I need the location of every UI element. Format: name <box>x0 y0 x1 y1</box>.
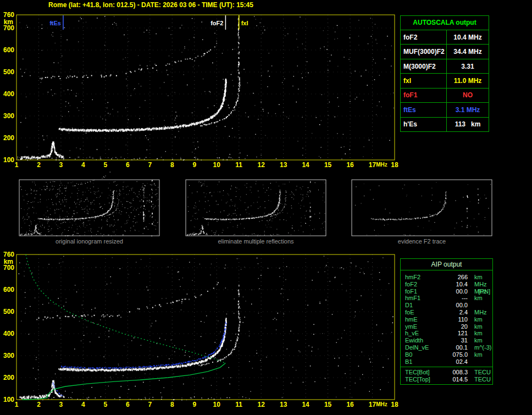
param-label: DelN_vE <box>405 344 445 351</box>
param-label: foE <box>405 309 445 316</box>
param-unit: km <box>474 351 483 358</box>
thumbnail-3 <box>352 180 492 236</box>
aip-row-ymE: ymE20km <box>405 323 492 330</box>
thumbnail-3-border <box>352 180 492 236</box>
param-unit: MHz <box>474 281 487 288</box>
param-label: h'Es <box>401 118 447 131</box>
param-label: M(3000)F2 <box>401 59 447 73</box>
param-value: 31 <box>445 337 468 344</box>
top-ionogram-gridlines <box>16 15 395 160</box>
aip-row-TEC[Top]: TEC[Top]014.5TECU <box>405 376 492 383</box>
aip-row-B1: B102.4 <box>405 358 492 366</box>
param-label: ymE <box>405 323 445 330</box>
svg-text:15: 15 <box>324 161 332 169</box>
param-label: B0 <box>405 351 445 358</box>
param-label: ftEs <box>401 103 447 117</box>
svg-text:11: 11 <box>235 401 242 408</box>
thumbnail-1-multiple-reflection-rise <box>73 172 110 186</box>
top-ionogram-marker-fxI: fxI <box>239 15 248 30</box>
bottom-ionogram-multiple-reflection-rise <box>129 282 219 312</box>
thumbnail-1-F2-ordinary-trace <box>38 190 114 220</box>
param-value: 075.0 <box>445 351 468 358</box>
svg-text:MHz: MHz <box>376 401 387 407</box>
svg-text:14: 14 <box>302 401 309 408</box>
aip-row-Ewidth: Ewidth31km <box>405 337 492 344</box>
svg-text:100: 100 <box>3 396 14 403</box>
svg-text:400: 400 <box>3 90 14 98</box>
param-label: D1 <box>405 302 445 309</box>
svg-text:300: 300 <box>3 352 14 359</box>
thumbnail-1-echo-noise <box>20 180 158 236</box>
bottom-ionogram-echo-noise <box>19 256 394 400</box>
aip-output-panel: AIP output hmF2266kmfoF210.4MHzfoF100.0M… <box>400 258 493 385</box>
svg-text:3: 3 <box>59 401 63 408</box>
thumbnail-caption-3: evidence F2 trace <box>352 238 492 245</box>
svg-text:7: 7 <box>148 401 152 408</box>
aip-header: AIP output <box>401 259 492 270</box>
param-unit: km <box>474 330 483 337</box>
param-label: hmE <box>405 316 445 323</box>
autoscala-row-fxI: fxI11.0 MHz <box>401 74 489 88</box>
thumbnail-1-multiple-reflection-flat <box>31 188 66 191</box>
thumbnail-1-F2-extraordinary-trace <box>102 190 120 217</box>
param-unit: km <box>474 337 483 344</box>
bottom-ionogram-F2-extraordinary-trace <box>198 317 240 366</box>
param-unit: km <box>474 295 483 302</box>
svg-text:7: 7 <box>148 161 152 169</box>
autoscala-application-screen: Rome (lat: +41.8, lon: 012.5) - DATE: 20… <box>0 0 532 415</box>
svg-text:760: 760 <box>3 11 14 19</box>
param-value: 00.0 <box>445 302 468 309</box>
param-value: 266 <box>445 274 468 281</box>
thumbnail-caption-2: eliminate multiple reflections <box>186 238 326 245</box>
aip-tec-rows: TEC[Bot]008.3TECUTEC[Top]014.5TECU <box>401 367 492 383</box>
svg-text:9: 9 <box>192 161 196 169</box>
param-label: MUF(3000)F2 <box>401 45 447 58</box>
aip-row-DelN_vE: DelN_vE00.1m^(-3) <box>405 344 492 351</box>
top-ionogram-Es-layer-trace <box>20 141 64 160</box>
bottom-ionogram-F2-ordinary-trace <box>58 318 227 372</box>
aip-row-foF2: foF210.4MHz <box>405 281 492 288</box>
bottom-ionogram-electron-density-profile <box>22 254 225 400</box>
autoscala-row-foF2: foF210.4 MHz <box>401 30 489 45</box>
param-label: TEC[Top] <box>405 376 445 383</box>
svg-text:400: 400 <box>3 330 14 337</box>
param-value: 10.4 MHz <box>447 30 489 44</box>
param-label: Ewidth <box>405 337 445 344</box>
autoscala-output-panel: AUTOSCALA output foF210.4 MHzMUF(3000)F2… <box>400 15 489 132</box>
svg-text:8: 8 <box>170 401 174 408</box>
svg-text:600: 600 <box>3 46 14 54</box>
thumbnail-2-Es-layer-trace <box>187 225 208 235</box>
svg-text:km: km <box>4 18 13 26</box>
thumbnail-1 <box>19 172 159 237</box>
param-label: h_vE <box>405 330 445 337</box>
param-value: 008.3 <box>445 369 468 376</box>
autoscala-row-h'Es: h'Es113 km <box>401 118 489 131</box>
aip-row-hmF2: hmF2266km <box>405 274 492 281</box>
svg-text:12: 12 <box>257 401 265 408</box>
param-unit: km <box>474 274 483 281</box>
svg-text:18: 18 <box>391 161 398 169</box>
svg-text:8: 8 <box>170 161 174 169</box>
thumbnail-2-border <box>186 180 326 236</box>
param-value: 2.4 <box>445 309 468 316</box>
svg-text:17: 17 <box>369 401 376 408</box>
param-label: hmF2 <box>405 274 445 281</box>
param-unit: km <box>474 323 483 330</box>
aip-rows: hmF2266kmfoF210.4MHzfoF100.0MHz[PN]hmF1-… <box>401 270 492 365</box>
top-ionogram: ftEsfoF2fxI760700600500400300200100km123… <box>3 11 398 169</box>
param-value: 20 <box>445 323 468 330</box>
param-unit: TECU <box>474 369 491 376</box>
thumbnail-3-echo-noise <box>355 182 491 236</box>
param-label: foF2 <box>401 30 447 44</box>
param-flag: [PN] <box>479 288 490 295</box>
autoscala-row-foF1: foF1NO <box>401 88 489 103</box>
param-value: 3.31 <box>447 59 489 73</box>
aip-row-foF1: foF100.0MHz[PN] <box>405 288 492 295</box>
svg-text:300: 300 <box>3 112 14 120</box>
autoscala-row-M(3000)F2: M(3000)F23.31 <box>401 59 489 74</box>
param-value: 113 km <box>447 118 489 131</box>
top-ionogram-F2-ordinary-trace <box>59 79 227 132</box>
svg-text:4: 4 <box>81 401 85 408</box>
svg-text:foF2: foF2 <box>210 20 223 26</box>
bottom-ionogram-multiple-reflection-flat <box>36 314 119 320</box>
